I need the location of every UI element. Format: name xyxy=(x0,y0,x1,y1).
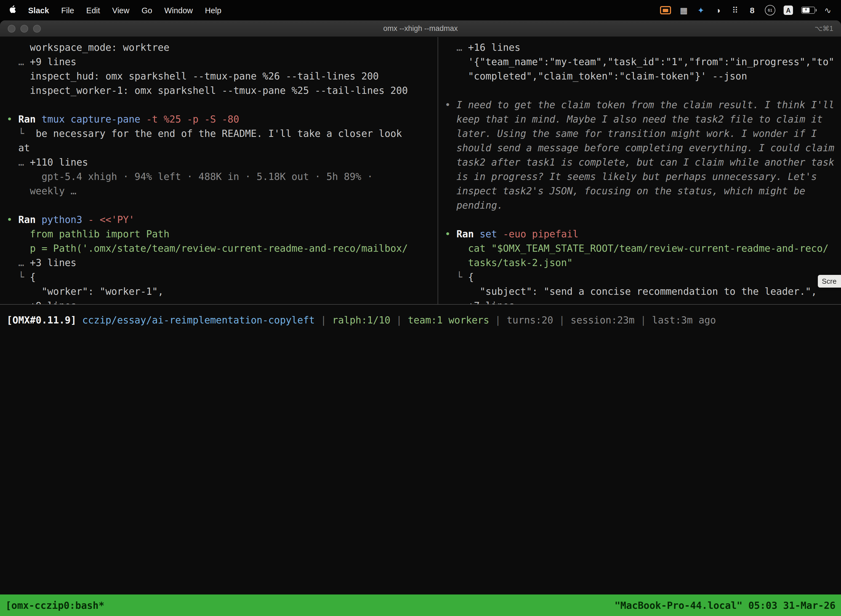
apple-menu[interactable] xyxy=(9,5,16,15)
tmux-host-clock: "MacBook-Pro-44.local" 05:03 31-Mar-26 xyxy=(614,600,835,611)
right-pane-output: … +16 lines '{"team_name":"my-team","tas… xyxy=(445,40,834,304)
menu-bar-left: Slack File Edit View Go Window Help xyxy=(9,5,221,15)
terminal-line: … +16 lines xyxy=(445,40,834,55)
text-segment: p = Path('.omx/state/team/review-current… xyxy=(7,243,408,254)
text-segment: weekly … xyxy=(7,185,76,197)
text-segment: +9 lines xyxy=(30,56,76,67)
text-segment: … xyxy=(7,56,30,67)
text-segment xyxy=(445,214,451,225)
tmux-panes: workspace_mode: worktree … +9 lines insp… xyxy=(0,37,841,304)
text-segment: Ran xyxy=(18,214,35,225)
terminal-line: "completed","claim_token":"claim-token"}… xyxy=(445,69,834,84)
terminal-line: "subject": "send a concise recommendatio… xyxy=(445,284,834,299)
text-segment: Ran xyxy=(456,229,474,239)
terminal-line: tasks/task-2.json" xyxy=(445,255,834,270)
text-segment: … xyxy=(7,300,30,304)
text-segment: turns:20 xyxy=(507,315,553,326)
text-segment: └ xyxy=(7,128,35,139)
text-segment: later. Using the same for transition mig… xyxy=(445,128,817,139)
text-segment: └ xyxy=(445,271,468,283)
terminal-line: weekly … xyxy=(7,184,431,198)
text-segment xyxy=(445,85,451,96)
terminal-line: └ be necessary for the end of the README… xyxy=(7,126,431,141)
close-button[interactable] xyxy=(8,25,15,32)
menu-edit[interactable]: Edit xyxy=(86,6,100,15)
minimize-button[interactable] xyxy=(21,25,28,32)
text-segment: | xyxy=(390,315,408,326)
terminal-line: … +3 lines xyxy=(7,255,431,270)
left-terminal-pane[interactable]: workspace_mode: worktree … +9 lines insp… xyxy=(0,37,438,304)
terminal-line: gpt-5.4 xhigh · 94% left · 488K in · 5.1… xyxy=(7,169,431,184)
text-segment: { xyxy=(30,271,35,283)
battery-bolt-icon: ⚡ xyxy=(804,7,808,13)
percent-circle-value: 61 xyxy=(765,5,775,15)
terminal-line: task2 after task1 is complete, but can I… xyxy=(445,155,834,169)
menu-file[interactable]: File xyxy=(61,6,74,15)
text-segment: • xyxy=(7,214,18,225)
text-segment: should send a message before completing … xyxy=(445,142,834,154)
text-segment xyxy=(35,214,41,225)
text-segment: inspect_hud: omx sparkshell --tmux-pane … xyxy=(7,70,379,82)
text-segment: | xyxy=(489,315,507,326)
text-segment xyxy=(474,229,479,239)
app-launcher-icon[interactable]: ⠿ xyxy=(731,5,740,15)
omx-status-line: [OMX#0.11.9] cczip/essay/ai-reimplementa… xyxy=(7,313,834,327)
terminal-line: '{"team_name":"my-team","task_id":"1","f… xyxy=(445,55,834,69)
screen-recording-icon[interactable] xyxy=(660,6,671,14)
text-segment: workspace_mode: worktree xyxy=(7,42,169,53)
keyboard-grid-icon[interactable]: ▦ xyxy=(679,5,688,15)
desktop: Slack File Edit View Go Window Help ▦ ✦ … xyxy=(0,0,841,616)
terminal-window: omx --xhigh --madmax ⌥⌘1 workspace_mode:… xyxy=(0,21,841,616)
text-segment: "worker": "worker-1", xyxy=(7,286,164,297)
terminal-line: … +7 lines xyxy=(445,299,834,304)
text-segment: "subject": "send a concise recommendatio… xyxy=(445,286,817,297)
text-segment: -euo pipefail xyxy=(497,229,579,239)
active-app-menu[interactable]: Slack xyxy=(28,6,49,15)
input-source-icon[interactable]: A xyxy=(784,6,793,15)
blue-app-icon[interactable]: ✦ xyxy=(696,5,705,15)
menu-window[interactable]: Window xyxy=(164,6,193,15)
menu-extra-icon[interactable]: ∿ xyxy=(823,5,832,15)
text-segment: python3 xyxy=(41,214,82,225)
text-segment: be necessary for the end of the README. … xyxy=(35,128,402,139)
terminal-line: should send a message before completing … xyxy=(445,141,834,155)
omx-session-status: [OMX#0.11.9] cczip/essay/ai-reimplementa… xyxy=(0,305,841,327)
text-segment: I need to get the claim token from the c… xyxy=(456,99,834,110)
text-segment: +110 lines xyxy=(30,157,88,168)
dark-app-icon[interactable]: ◑ xyxy=(714,6,722,15)
terminal-line xyxy=(7,198,431,213)
left-pane-output: workspace_mode: worktree … +9 lines insp… xyxy=(7,40,431,304)
terminal-line xyxy=(445,213,834,227)
number-key-icon[interactable]: 8 xyxy=(748,6,757,15)
menu-help[interactable]: Help xyxy=(205,6,221,15)
percent-circle-icon[interactable]: 61 xyxy=(765,5,775,15)
text-segment xyxy=(7,99,12,110)
text-segment: [OMX#0.11.9] xyxy=(7,315,76,326)
terminal-line: └ { xyxy=(7,270,431,284)
text-segment: … xyxy=(445,42,468,53)
terminal-line: … +9 lines xyxy=(7,55,431,69)
menu-go[interactable]: Go xyxy=(142,6,152,15)
window-title: omx --xhigh --madmax xyxy=(0,24,841,32)
terminal-line: └ { xyxy=(445,270,834,284)
text-segment: • xyxy=(445,229,456,239)
text-segment: "completed","claim_token":"claim-token"}… xyxy=(445,70,747,82)
window-title-bar[interactable]: omx --xhigh --madmax ⌥⌘1 xyxy=(0,21,841,37)
battery-icon[interactable]: ⚡ xyxy=(801,7,815,14)
text-segment: inspect_worker-1: omx sparkshell --tmux-… xyxy=(7,85,408,96)
text-segment: … xyxy=(7,157,30,168)
menu-view[interactable]: View xyxy=(112,6,129,15)
text-segment: last:3m ago xyxy=(652,315,716,326)
terminal-line: pending. xyxy=(445,198,834,213)
text-segment xyxy=(35,114,41,125)
text-segment: gpt-5.4 xhigh · 94% left · 488K in · 5.1… xyxy=(7,171,373,182)
text-segment: task2 after task1 is complete, but can I… xyxy=(445,157,834,168)
text-segment: '{"team_name":"my-team","task_id":"1","f… xyxy=(445,56,834,67)
zoom-button[interactable] xyxy=(33,25,41,32)
battery-shape: ⚡ xyxy=(801,7,815,14)
tmux-status-bar: [omx-cczip0:bash* "MacBook-Pro-44.local"… xyxy=(0,594,841,616)
text-segment: cczip/essay/ai-reimplementation-copyleft xyxy=(82,315,315,326)
right-terminal-pane[interactable]: … +16 lines '{"team_name":"my-team","tas… xyxy=(438,37,841,304)
terminal-line: later. Using the same for transition mig… xyxy=(445,126,834,141)
text-segment: team:1 workers xyxy=(408,315,489,326)
